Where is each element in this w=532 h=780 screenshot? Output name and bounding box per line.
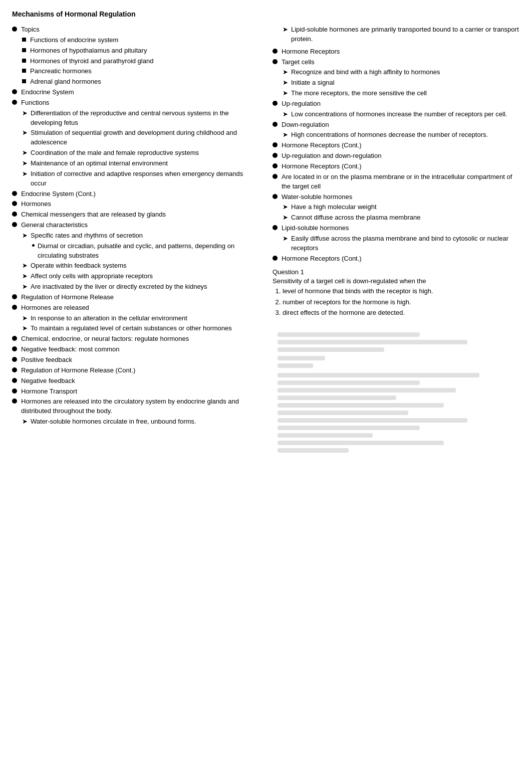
bullet-circle-icon [273, 174, 278, 179]
arrow-icon: ➤ [22, 282, 28, 292]
list-item: Hormone Receptors (Cont.) [273, 141, 520, 150]
bullet-circle-icon [12, 367, 17, 372]
list-item: Hormone Receptors (Cont.) [273, 254, 520, 264]
bullet-circle-icon [273, 59, 278, 64]
blurred-content [273, 327, 520, 461]
list-item: level of hormone that binds with the rec… [283, 287, 520, 296]
blur-line [278, 340, 467, 344]
topics-label: Topics [21, 25, 257, 35]
arrow-icon: ➤ [283, 203, 288, 212]
bullet-circle-icon [12, 346, 17, 351]
list-item: Hormones are released into the circulato… [12, 397, 257, 416]
bullet-circle-icon [12, 399, 17, 404]
bullet-circle-icon [12, 305, 17, 310]
list-item: ➤ Have a high molecular weight [283, 203, 520, 212]
list-item: Lipid-soluble hormones [273, 224, 520, 233]
blur-line [278, 396, 396, 400]
arrow-icon: ➤ [22, 324, 28, 333]
bullet-circle-icon [12, 294, 17, 299]
list-item: ➤ Coordination of the male and female re… [22, 148, 257, 158]
bullet-circle-icon [12, 336, 17, 341]
bullet-circle-icon [273, 225, 278, 230]
list-item: ➤ Differentiation of the reproductive an… [22, 109, 257, 128]
blur-line [278, 418, 467, 423]
list-item: Hormones are released [12, 303, 257, 313]
bullet-circle-icon [273, 256, 278, 261]
bullet-circle-icon [273, 122, 278, 127]
list-item: ➤ Initiation of corrective and adaptive … [22, 169, 257, 188]
list-item: Hormones of thyroid and parathyroid glan… [22, 57, 257, 66]
arrow-icon: ➤ [22, 231, 28, 241]
list-item: Topics [12, 25, 257, 35]
bullet-circle-icon [12, 27, 17, 32]
list-item: number of receptors for the hormone is h… [283, 298, 520, 307]
arrow-icon: ➤ [22, 169, 28, 179]
page-title: Mechanisms of Hormonal Regulation [12, 10, 520, 18]
bullet-circle-icon [12, 100, 17, 105]
blur-line [278, 448, 349, 453]
bullet-circle-icon [12, 212, 17, 217]
list-item: Up-regulation [273, 99, 520, 109]
list-item: ➤ Easily diffuse across the plasma membr… [283, 234, 520, 253]
bullet-circle-icon [12, 222, 17, 227]
list-item: Water-soluble hormones [273, 192, 520, 202]
arrow-icon: ➤ [22, 261, 28, 271]
list-item: Endocrine System [12, 88, 257, 97]
list-item: ➤ Stimulation of sequential growth and d… [22, 128, 257, 147]
list-item: Functions of endocrine system [22, 36, 257, 45]
arrow-icon: ➤ [22, 159, 28, 168]
list-item: Hormone Receptors [273, 47, 520, 57]
bullet-circle-icon [273, 163, 278, 168]
list-item: Regulation of Hormone Release (Cont.) [12, 366, 257, 375]
blur-line [278, 363, 313, 368]
question-list: level of hormone that binds with the rec… [283, 287, 520, 317]
blur-line [278, 441, 444, 445]
question-label: Question 1 [273, 268, 520, 276]
list-item: Target cells [273, 58, 520, 67]
list-item: Hormones [12, 200, 257, 209]
list-item: Are located in or on the plasma membrane… [273, 172, 520, 191]
blur-line [278, 347, 384, 352]
arrow-icon: ➤ [283, 25, 288, 35]
list-item: Hormone Receptors (Cont.) [273, 162, 520, 171]
list-item: Functions [12, 98, 257, 108]
arrow-icon: ➤ [283, 130, 288, 140]
list-item: Down-regulation [273, 120, 520, 130]
list-item: ➤ Lipid-soluble hormones are primarily t… [283, 25, 520, 44]
bullet-circle-icon [273, 142, 278, 147]
bullet-circle-icon [12, 191, 17, 196]
list-item: ➤ Cannot diffuse across the plasma membr… [283, 213, 520, 223]
right-column: ➤ Lipid-soluble hormones are primarily t… [273, 25, 520, 461]
blur-line [278, 388, 456, 393]
list-item: ➤ To maintain a regulated level of certa… [22, 324, 257, 333]
list-item: ➤ High concentrations of hormones decrea… [283, 130, 520, 140]
list-item: Chemical messengers that are released by… [12, 210, 257, 220]
list-item: direct effects of the hormone are detect… [283, 308, 520, 317]
list-item: Positive feedback [12, 355, 257, 365]
arrow-icon: ➤ [22, 128, 28, 138]
list-item: ➤ Water-soluble hormones circulate in fr… [22, 417, 257, 427]
list-item: ➤ In response to an alteration in the ce… [22, 314, 257, 323]
list-item: ➤ Operate within feedback systems [22, 261, 257, 271]
list-item: ➤ The more receptors, the more sensitive… [283, 89, 520, 98]
list-item: Negative feedback [12, 376, 257, 386]
arrow-icon: ➤ [22, 148, 28, 158]
sub-bullet-icon [32, 244, 35, 247]
list-item: Up-regulation and down-regulation [273, 151, 520, 161]
blur-line [278, 426, 420, 430]
bullet-circle-icon [12, 201, 17, 206]
list-item: ➤ Recognize and bind with a high affinit… [283, 68, 520, 77]
list-item: ➤ Low concentrations of hormones increas… [283, 110, 520, 119]
blur-line [278, 380, 420, 385]
arrow-icon: ➤ [22, 314, 28, 323]
bullet-circle-icon [273, 49, 278, 54]
bullet-square-icon [22, 69, 26, 73]
list-item: ➤ Affect only cells with appropriate rec… [22, 272, 257, 281]
blur-line [278, 411, 408, 415]
list-item: Hormone Transport [12, 387, 257, 397]
bullet-square-icon [22, 79, 26, 83]
arrow-icon: ➤ [283, 68, 288, 77]
list-item: Pancreatic hormones [22, 67, 257, 76]
arrow-icon: ➤ [22, 417, 28, 427]
list-item: ➤ Initiate a signal [283, 78, 520, 88]
